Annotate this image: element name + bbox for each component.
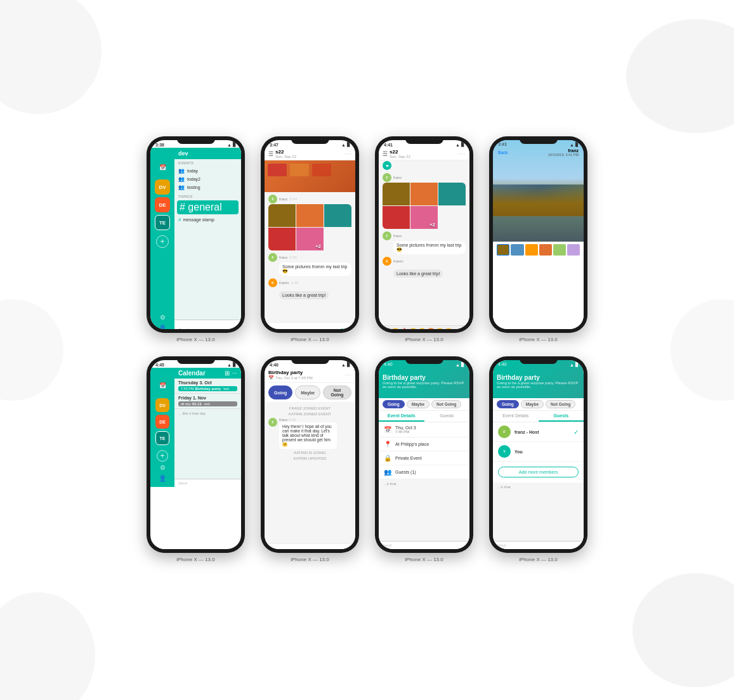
sender-name-katrin: Katrin — [279, 281, 289, 285]
add-workspace-button[interactable]: + — [156, 235, 169, 248]
event-messages: FRANZ JOINED EVENT KATRIN JOINED EVENT F… — [265, 402, 355, 543]
workspace-name: dev — [178, 150, 237, 157]
not-going-btn-7[interactable]: Not Going — [431, 400, 461, 408]
thumb-6[interactable] — [567, 244, 580, 256]
send-button-2[interactable]: Send — [341, 328, 351, 330]
more-options-2[interactable]: ··· — [344, 150, 351, 157]
phone-7-frame: 4:40 ▲ ▊ ··· Birthday party Going to be … — [375, 356, 473, 553]
msg-sender-franz-2: F franz 0:45 — [268, 253, 351, 262]
maybe-button[interactable]: Maybe — [295, 386, 320, 399]
date-icon: 📅 — [384, 426, 391, 433]
cal-event-birthday[interactable]: 7:45 PM Birthday party test — [178, 386, 237, 391]
photo-grid-msg[interactable]: +2 — [268, 204, 351, 250]
emoji-wow[interactable]: 😲 — [436, 328, 443, 329]
event-testing[interactable]: 👥 testing — [174, 183, 241, 191]
add-more-members-button[interactable]: Add more members — [498, 467, 579, 477]
thumb-3[interactable] — [525, 244, 538, 256]
msg-text-katrin-3: Looks like a great trip! — [393, 269, 443, 278]
avatar-franz-2: F — [268, 253, 277, 262]
phone-1-avatar-de[interactable]: DE — [155, 197, 170, 212]
avatar-dv-5[interactable]: DV — [155, 398, 169, 412]
cal-event-sub-2: test — [204, 402, 210, 406]
emoji-fire[interactable]: 🔥 — [400, 328, 408, 329]
msg-time-franz: 0:44 — [289, 197, 297, 201]
settings-icon[interactable]: ⚙ — [160, 314, 166, 321]
more-options-6[interactable]: ··· — [344, 372, 351, 379]
sender-name-franz-2: franz — [279, 256, 287, 259]
input-bar-6: + Message Send — [265, 543, 355, 549]
cal-event-time-1: 7:45 PM — [181, 387, 193, 391]
thumb-2[interactable] — [511, 244, 523, 256]
going-button[interactable]: Going — [268, 386, 292, 399]
blob-ml — [0, 299, 63, 401]
chat-header-2: ☰ s22 Sun, Sep 22 ··· — [265, 148, 355, 160]
attach-icon-6[interactable]: + — [268, 546, 273, 549]
event-banner-title-7: Birthday party — [383, 374, 466, 381]
calendar-icon[interactable]: 📅 — [155, 160, 169, 174]
cal-icon-5[interactable]: 📅 — [155, 378, 170, 393]
guests-icon: 👥 — [384, 469, 391, 476]
back-button[interactable]: Back — [498, 150, 508, 155]
tab-event-details[interactable]: Event Details — [379, 411, 424, 422]
maybe-btn-8[interactable]: Maybe — [521, 400, 544, 408]
chat-title-3: s22 — [390, 149, 410, 155]
thumb-4[interactable] — [539, 244, 552, 256]
wifi-icon-3: ▲ — [455, 143, 460, 147]
event-guests-layout: 4:40 ▲ ▊ ··· Birthday party Going to be … — [493, 360, 584, 549]
sender-name-katrin-3: Katrin — [393, 259, 403, 263]
phone-5-time: 4:45 — [155, 363, 164, 367]
emoji-heart[interactable]: ❤️ — [383, 328, 390, 329]
emoji-cry[interactable]: 😢 — [418, 328, 426, 329]
channel-general[interactable]: # general — [177, 200, 239, 214]
send-button-6[interactable]: Send — [341, 548, 351, 550]
event-today2[interactable]: 👥 today2 — [174, 175, 241, 183]
avatar-de-5[interactable]: DE — [155, 415, 169, 429]
emoji-heart-eyes[interactable]: 😍 — [409, 328, 417, 329]
not-going-btn-8[interactable]: Not Going — [546, 400, 575, 408]
blob-tr — [626, 19, 734, 133]
message-input-2[interactable]: Message — [275, 328, 338, 330]
emoji-laugh2[interactable]: 😂 — [445, 328, 452, 329]
menu-icon-2[interactable]: ☰ — [268, 151, 273, 157]
profile-icon-5[interactable]: 👤 — [159, 475, 166, 482]
emoji-laugh[interactable]: 😂 — [391, 328, 399, 329]
menu-icon-3[interactable]: ☰ — [383, 151, 388, 157]
cal-footer-text: ... like it that day — [178, 412, 206, 415]
attach-icon-2[interactable]: + — [268, 325, 273, 329]
profile-icon[interactable]: 👤 — [159, 325, 166, 329]
add-workspace-5[interactable]: + — [157, 450, 168, 462]
phone-1-main: dev Events 👥 today 👥 today2 — [174, 148, 241, 329]
cal-event-allday[interactable]: all day 01.11 test — [178, 401, 237, 406]
wifi-icon-8: ▲ — [570, 363, 574, 367]
settings-icon-5[interactable]: ⚙ — [160, 464, 166, 471]
going-btn-7[interactable]: Going — [383, 400, 405, 408]
avatar-te-5[interactable]: TE — [155, 431, 169, 445]
phone-1-avatar-te[interactable]: TE — [155, 215, 170, 230]
not-going-button[interactable]: Not Going — [323, 386, 351, 399]
maybe-btn-7[interactable]: Maybe — [407, 400, 429, 408]
tab-event-details-8[interactable]: Event Details — [493, 411, 539, 422]
phone-1-avatar-dv[interactable]: DV — [155, 179, 170, 195]
more-options-3[interactable]: ··· — [459, 150, 466, 157]
event-date-sub: 7:45 PM — [395, 430, 416, 434]
detail-date: 📅 Thu, Oct 3 7:45 PM — [379, 422, 469, 438]
tab-guests-8[interactable]: Guests — [539, 411, 584, 422]
emoji-reaction-bar[interactable]: ❤️ 😂 🔥 😍 😢 😡 😲 😂 — [379, 325, 469, 329]
going-btn-8[interactable]: Going — [497, 400, 519, 408]
phone-3-layout: ☰ s22 Sun, Sep 22 ··· ❤ — [379, 148, 469, 329]
event-guests-count: Guests (1) — [395, 470, 416, 474]
thumb-5[interactable] — [553, 244, 566, 256]
photo-grid-msg-3[interactable]: +2 — [383, 183, 466, 229]
detail-date-text: Thu, Oct 3 7:45 PM — [395, 425, 416, 434]
thumb-1[interactable] — [497, 244, 509, 256]
phone-5-status-icons: ▲ ▊ — [227, 362, 236, 367]
calendar-more-icon[interactable]: ··· — [232, 370, 237, 377]
emoji-angry[interactable]: 😡 — [427, 328, 435, 329]
channel-message-stamp[interactable]: # message stamp — [174, 216, 241, 224]
event-location-text: At Philipp's place — [395, 442, 429, 446]
tab-guests-7[interactable]: Guests — [424, 411, 470, 422]
message-input-6[interactable]: Message — [275, 548, 338, 550]
thumbnail-strip — [493, 242, 584, 257]
event-today[interactable]: 👥 today — [174, 167, 241, 175]
calendar-filter-icon[interactable]: ⊞ — [225, 370, 230, 377]
